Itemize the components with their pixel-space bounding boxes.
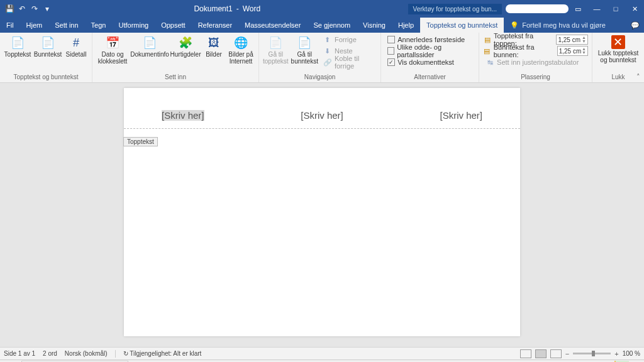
group-options: Annerledes førsteside Ulike odde- og par… [381, 33, 479, 82]
status-bar: Side 1 av 1 2 ord Norsk (bokmål) ↻ Tilgj… [0, 347, 644, 359]
zoom-out-icon[interactable]: − [565, 350, 569, 358]
tab-references[interactable]: Referanser [192, 18, 238, 33]
document-area: [Skriv her] [Skriv her] [Skriv her] Topp… [0, 83, 644, 347]
lightbulb-icon: 💡 [510, 21, 519, 30]
group-label: Lukk [596, 74, 640, 82]
print-layout-icon[interactable] [535, 349, 547, 358]
group-label: Topptekst og bunntekst [4, 74, 88, 82]
show-document-text-checkbox[interactable]: ✓Vis dokumenttekst [385, 57, 475, 68]
zoom-in-icon[interactable]: + [614, 350, 618, 358]
header-from-top-input[interactable]: 1,25 cm▲▼ [556, 35, 588, 45]
read-mode-icon[interactable] [520, 349, 531, 358]
tab-layout[interactable]: Oppsett [155, 18, 192, 33]
header-button[interactable]: 📄 Topptekst [4, 34, 31, 58]
footer-from-bottom-input[interactable]: 1,25 cm▲▼ [557, 46, 588, 56]
tab-design[interactable]: Utforming [112, 18, 155, 33]
quick-parts-button[interactable]: 🧩 Hurtigdeler [170, 34, 201, 58]
tab-draw[interactable]: Tegn [85, 18, 113, 33]
footer-from-bottom-row: ▤ Bunntekst fra bunnen: 1,25 cm▲▼ [483, 45, 588, 57]
header-right-field[interactable]: [Skriv her] [440, 110, 482, 121]
zoom-level[interactable]: 100 % [623, 350, 640, 357]
group-navigation: 📄 Gå til topptekst 📄 Gå til bunntekst ⬆F… [259, 33, 381, 82]
window-title: Dokument1 - Word [53, 4, 402, 13]
header-zone[interactable]: [Skriv her] [Skriv her] [Skriv her] [124, 88, 520, 129]
tab-help[interactable]: Hjelp [392, 18, 420, 33]
header-icon: 📄 [10, 35, 25, 50]
tab-insert[interactable]: Sett inn [48, 18, 84, 33]
word-count[interactable]: 2 ord [43, 350, 57, 357]
collapse-ribbon-icon[interactable]: ˄ [636, 73, 640, 81]
save-icon[interactable]: 💾 [4, 3, 15, 14]
group-label: Alternativer [385, 74, 475, 82]
footer-position-icon: ▤ [483, 47, 491, 55]
group-insert: 📅 Dato og klokkeslett 📄 Dokumentinfo 🧩 H… [92, 33, 259, 82]
zoom-slider[interactable] [573, 353, 611, 354]
account-pill[interactable] [506, 4, 569, 13]
date-time-button[interactable]: 📅 Dato og klokkeslett [96, 34, 129, 65]
goto-header-button: 📄 Gå til topptekst [263, 34, 289, 65]
previous-button: ⬆Forrige [321, 34, 377, 45]
ribbon-tabs: Fil Hjem Sett inn Tegn Utforming Oppsett… [0, 18, 644, 33]
next-icon: ⬇ [323, 47, 332, 55]
footer-icon: 📄 [40, 35, 55, 50]
qat-customize-icon[interactable]: ▾ [42, 3, 53, 14]
calendar-icon: 📅 [105, 35, 120, 50]
checkbox-icon [387, 47, 394, 55]
accessibility-status[interactable]: ↻ Tilgjengelighet: Alt er klart [123, 350, 202, 357]
close-header-footer-icon: ✕ [611, 35, 625, 49]
link-icon: 🔗 [323, 58, 332, 67]
app-name: Word [243, 4, 260, 13]
share-icon[interactable]: 💬 [626, 18, 644, 33]
minimize-icon[interactable]: — [587, 0, 606, 18]
group-position: ▤ Topptekst fra toppen: 1,25 cm▲▼ ▤ Bunn… [479, 33, 592, 82]
tab-view[interactable]: Visning [357, 18, 392, 33]
goto-footer-button[interactable]: 📄 Gå til bunntekst [291, 34, 318, 65]
goto-header-icon: 📄 [268, 35, 283, 50]
header-position-icon: ▤ [483, 35, 491, 44]
tab-home[interactable]: Hjem [20, 18, 49, 33]
undo-icon[interactable]: ↶ [16, 3, 28, 14]
header-left-field[interactable]: [Skriv her] [162, 110, 204, 121]
online-pictures-icon: 🌐 [233, 35, 248, 50]
quick-access-toolbar: 💾 ↶ ↷ ▾ [0, 3, 53, 14]
maximize-icon[interactable]: □ [606, 0, 625, 18]
ribbon-display-icon[interactable]: ▭ [569, 0, 587, 18]
page-indicator[interactable]: Side 1 av 1 [4, 350, 35, 357]
document-name: Dokument1 [194, 4, 232, 13]
start-button[interactable]: ⊞ [0, 360, 21, 363]
header-tag: Topptekst [123, 137, 158, 146]
footer-button[interactable]: 📄 Bunntekst [34, 34, 62, 58]
goto-footer-icon: 📄 [297, 35, 312, 50]
docinfo-icon: 📄 [142, 35, 157, 50]
tab-mailings[interactable]: Masseutsendelser [238, 18, 307, 33]
tab-icon: ↹ [486, 58, 494, 67]
window-controls: ▭ — □ ✕ [569, 0, 644, 18]
page-number-icon: # [69, 35, 84, 50]
contextual-tool-label: Verktøy for topptekst og bun... [408, 4, 502, 14]
header-center-field[interactable]: [Skriv her] [301, 110, 343, 121]
group-label: Plassering [483, 74, 588, 82]
redo-icon[interactable]: ↷ [29, 3, 40, 14]
pictures-icon: 🖼 [206, 35, 221, 50]
web-layout-icon[interactable] [550, 349, 562, 358]
online-pictures-button[interactable]: 🌐 Bilder på Internett [227, 34, 255, 65]
group-label: Sett inn [96, 74, 255, 82]
page[interactable]: [Skriv her] [Skriv her] [Skriv her] Topp… [124, 88, 520, 336]
close-icon[interactable]: ✕ [625, 0, 644, 18]
pictures-button[interactable]: 🖼 Bilder [203, 34, 225, 58]
tab-review[interactable]: Se gjennom [307, 18, 357, 33]
group-header-footer: 📄 Topptekst 📄 Bunntekst # Sidetall Toppt… [0, 33, 92, 82]
close-header-footer-button[interactable]: ✕ Lukk topptekst og bunntekst [596, 34, 640, 63]
insert-alignment-tab-button: ↹Sett inn justeringstabulator [483, 57, 588, 68]
title-bar: 💾 ↶ ↷ ▾ Dokument1 - Word Verktøy for top… [0, 0, 644, 18]
page-number-button[interactable]: # Sidetall [64, 34, 88, 58]
tab-file[interactable]: Fil [0, 18, 20, 33]
link-previous-button: 🔗Koble til forrige [321, 57, 377, 68]
document-info-button[interactable]: 📄 Dokumentinfo [131, 34, 168, 58]
language-indicator[interactable]: Norsk (bokmål) [65, 350, 108, 357]
quickparts-icon: 🧩 [178, 35, 193, 50]
different-odd-even-checkbox[interactable]: Ulike odde- og partallssider [385, 45, 475, 57]
tell-me-search[interactable]: 💡 Fortell meg hva du vil gjøre [504, 18, 612, 33]
checkbox-checked-icon: ✓ [387, 58, 395, 66]
tab-header-footer[interactable]: Topptekst og bunntekst [420, 18, 504, 33]
